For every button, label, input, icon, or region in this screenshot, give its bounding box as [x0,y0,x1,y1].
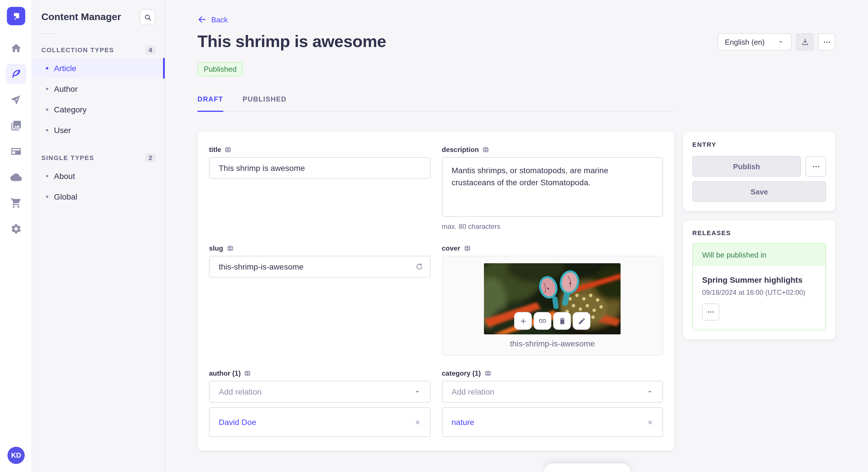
edit-asset-button[interactable] [573,312,591,330]
title-input[interactable] [209,157,430,179]
arrow-left-icon [197,15,207,24]
save-button[interactable]: Save [692,181,826,202]
sidebar-item-author[interactable]: Author [32,78,165,99]
localized-globe-icon [244,370,251,377]
settings-gear-icon[interactable] [5,218,26,239]
single-types-label: SINGLE TYPES [41,154,94,161]
localized-globe-icon [482,146,489,153]
field-description: description Mantis shrimps, or stomatopo… [442,146,663,231]
sidebar-item-label: User [54,126,71,135]
bullet-icon [46,108,48,111]
collection-types-count: 4 [145,45,156,55]
author-field-label: author (1) [209,369,241,377]
sidebar-item-category[interactable]: Category [32,99,165,120]
strapi-logo[interactable] [7,7,25,25]
category-relation-placeholder: Add relation [452,387,494,396]
icon-rail: KD [0,0,32,472]
description-textarea[interactable]: Mantis shrimps, or stomatopods, are mari… [442,157,663,217]
add-asset-button[interactable] [515,312,532,330]
sidebar-title: Content Manager [41,11,121,23]
sidebar-item-label: Category [54,105,87,114]
remove-author-relation-button[interactable] [414,419,421,425]
sidebar-item-user[interactable]: User [32,120,165,140]
search-button[interactable] [140,9,156,25]
category-relation-select[interactable]: Add relation [442,381,663,403]
strapi-logo-icon [11,11,21,21]
link-icon [538,316,547,325]
content-type-builder-icon[interactable] [5,141,26,162]
download-icon [801,38,809,46]
releases-icon[interactable] [5,90,26,110]
bullet-icon [46,175,48,177]
category-field-label: category (1) [442,369,481,377]
entry-panel-title: ENTRY [692,141,826,148]
copy-link-button[interactable] [534,312,552,330]
header-more-button[interactable] [818,33,835,50]
search-icon [144,13,151,21]
sidebar-item-global[interactable]: Global [32,187,165,207]
plus-icon [519,317,527,325]
entry-more-button[interactable] [805,156,826,177]
home-icon[interactable] [5,38,26,59]
close-icon [647,419,653,425]
field-author: author (1) Add relation David Doe [209,369,430,437]
field-title: title [209,146,430,231]
refresh-icon [415,262,423,271]
floating-widget[interactable] [544,463,630,472]
sidebar-item-about[interactable]: About [32,166,165,187]
releases-panel-title: RELEASES [692,229,826,236]
sidebar-item-article[interactable]: Article [32,58,165,78]
marketplace-cart-icon[interactable] [5,193,26,213]
regenerate-slug-button[interactable] [415,262,423,271]
locale-select[interactable]: English (en) [717,33,792,50]
chevron-down-icon [646,388,653,395]
release-card: Will be published in Spring Summer highl… [692,243,826,330]
description-field-label: description [442,146,479,154]
more-dots-icon [707,308,715,316]
bullet-icon [46,67,48,69]
author-relation-link[interactable]: David Doe [219,417,256,427]
deploy-cloud-icon[interactable] [5,167,26,188]
author-relation-item: David Doe [209,407,430,437]
divider [41,33,55,34]
entry-form-card: title description [197,132,675,451]
bullet-icon [46,129,48,131]
entry-sidebar: ENTRY Publish Save RELEASES Wil [683,132,835,339]
release-more-button[interactable] [702,303,719,321]
back-link[interactable]: Back [197,15,228,24]
remove-category-relation-button[interactable] [647,419,653,425]
bullet-icon [46,196,48,198]
more-dots-icon [823,38,831,46]
user-avatar[interactable]: KD [7,447,25,464]
cover-filename: this-shrimp-is-awesome [449,339,656,348]
release-date: 09/18/2024 at 16:00 (UTC+02:00) [702,289,816,297]
slug-field-label: slug [209,244,223,252]
main-content: Back This shrimp is awesome English (en) [165,0,868,472]
back-label: Back [211,15,228,24]
bullet-icon [46,88,48,90]
localized-globe-icon [225,146,231,153]
page-title: This shrimp is awesome [197,32,386,51]
delete-asset-button[interactable] [553,312,571,330]
tab-draft[interactable]: DRAFT [197,95,223,112]
draft-published-tabs: DRAFT PUBLISHED [197,95,675,112]
entry-panel: ENTRY Publish Save [683,132,835,211]
publish-button[interactable]: Publish [692,156,801,177]
localized-globe-icon [464,245,470,252]
cover-asset-card: this-shrimp-is-awesome [442,256,663,356]
export-download-button[interactable] [796,33,813,50]
chevron-down-icon [414,388,421,395]
release-status: Will be published in [693,244,826,266]
tab-published[interactable]: PUBLISHED [243,95,286,111]
content-manager-icon[interactable] [5,64,26,84]
author-relation-select[interactable]: Add relation [209,381,430,403]
slug-input[interactable] [209,256,430,278]
chevron-down-icon [777,38,784,45]
sidebar-item-label: About [54,171,75,181]
cover-field-label: cover [442,244,460,252]
more-dots-icon [811,162,820,171]
media-library-icon[interactable] [5,115,26,136]
field-cover: cover [442,244,663,356]
pencil-icon [578,317,586,325]
category-relation-link[interactable]: nature [452,417,474,427]
